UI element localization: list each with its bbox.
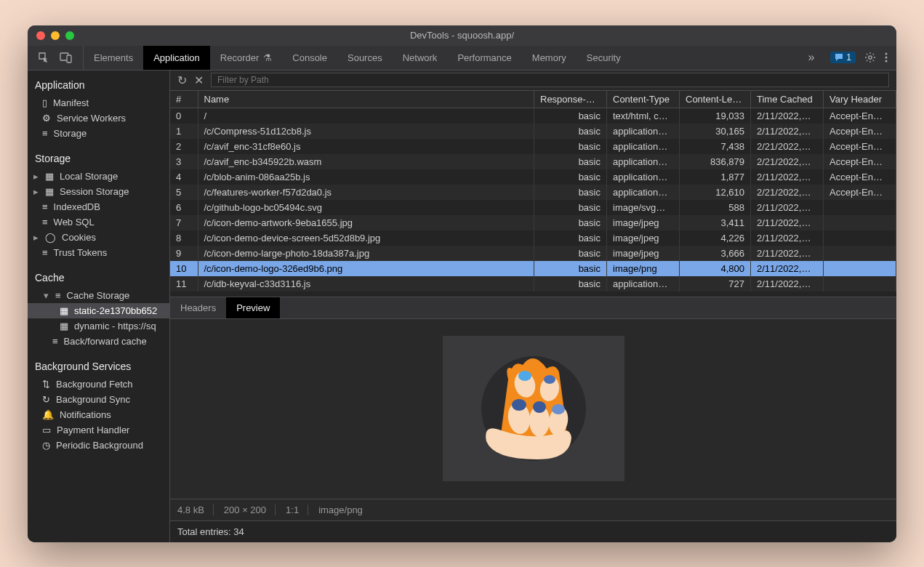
table-row[interactable]: 6/c/github-logo-bc05494c.svgbasicimage/s… [170,200,896,215]
sidebar-item-periodic-bg[interactable]: ◷Periodic Background [28,438,169,453]
minimize-button[interactable] [51,31,60,40]
table-cell: 0 [170,108,198,124]
device-toolbar-icon[interactable] [60,52,73,63]
tab-recorder[interactable]: Recorder⚗ [210,46,282,70]
squoosh-logo-icon [461,354,606,463]
column-header[interactable]: Content-Le… [680,91,751,108]
sidebar-item-cache-static[interactable]: ▦static-2e1370bb652 [28,303,169,318]
table-cell: 1 [170,124,198,139]
clock-icon: ◷ [42,440,50,451]
table-cell: 6 [170,200,198,215]
tab-network[interactable]: Network [393,46,448,70]
table-cell: basic [534,230,607,246]
table-row[interactable]: 7/c/icon-demo-artwork-9eba1655.jpgbasici… [170,215,896,230]
main-tab-bar: ElementsApplicationRecorder⚗ConsoleSourc… [28,46,896,71]
database-icon: ≡ [42,247,48,258]
table-row[interactable]: 11/c/idb-keyval-c33d3116.jsbasicapplicat… [170,276,896,291]
tab-application[interactable]: Application [143,46,210,70]
table-cell: 19,033 [680,108,751,124]
table-cell: Accept-En… [824,154,896,169]
filter-input[interactable] [211,73,889,87]
sidebar-item-storage[interactable]: ≡Storage [28,126,169,141]
status-size: 4.8 kB [177,504,214,515]
table-cell: 8 [170,230,198,246]
sidebar-item-indexeddb[interactable]: ≡IndexedDB [28,199,169,214]
table-row[interactable]: 3/c/avif_enc-b345922b.wasmbasicapplicati… [170,154,896,169]
table-cell: basic [534,200,607,215]
inspect-icon[interactable] [38,52,49,63]
table-row[interactable]: 5/c/features-worker-f57d2da0.jsbasicappl… [170,185,896,200]
sidebar-item-cache-dynamic[interactable]: ▦dynamic - https://sq [28,318,169,334]
table-cell: 2/11/2022,… [751,261,824,276]
svg-point-2 [869,56,872,59]
column-header[interactable]: Response-… [534,91,607,108]
sidebar-item-trust-tokens[interactable]: ≡Trust Tokens [28,245,169,260]
svg-rect-1 [67,55,71,63]
table-cell: 2/11/2022,… [751,169,824,185]
sidebar-item-web-sql[interactable]: ≡Web SQL [28,214,169,230]
close-icon[interactable]: ✕ [194,73,204,87]
table-cell: 1,877 [680,169,751,185]
column-header[interactable]: Time Cached [751,91,824,108]
column-header[interactable]: # [170,91,198,108]
table-cell: application… [607,169,680,185]
table-cell: 2/11/2022,… [751,230,824,246]
svg-point-13 [544,375,555,384]
table-cell: 4 [170,169,198,185]
preview-area [170,319,896,499]
table-cell: image/jpeg [607,215,680,230]
table-cell: 2/21/2022,… [751,185,824,200]
table-row[interactable]: 4/c/blob-anim-086aa25b.jsbasicapplicatio… [170,169,896,185]
table-row[interactable]: 2/c/avif_enc-31cf8e60.jsbasicapplication… [170,139,896,154]
issues-badge[interactable]: 1 [830,52,856,63]
sidebar-item-service-workers[interactable]: ⚙Service Workers [28,110,169,126]
sidebar-item-bg-fetch[interactable]: ⇅Background Fetch [28,377,169,392]
table-cell: /c/avif_enc-b345922b.wasm [198,154,534,169]
column-header[interactable]: Vary Header [824,91,896,108]
sidebar-item-manifest[interactable]: ▯Manifest [28,95,169,110]
table-row[interactable]: 1/c/Compress-51d12cb8.jsbasicapplication… [170,124,896,139]
table-cell: 4,226 [680,230,751,246]
table-cell: basic [534,169,607,185]
table-cell: 7 [170,215,198,230]
close-button[interactable] [36,31,45,40]
sidebar-item-local-storage[interactable]: ▸▦Local Storage [28,169,169,184]
detail-tab-preview[interactable]: Preview [226,297,280,318]
settings-icon[interactable] [864,52,876,63]
tab-sources[interactable]: Sources [337,46,393,70]
column-header[interactable]: Name [198,91,534,108]
titlebar: DevTools - squoosh.app/ [28,25,896,46]
table-cell: basic [534,108,607,124]
tab-console[interactable]: Console [282,46,337,70]
cache-entries-table[interactable]: #NameResponse-…Content-TypeContent-Le…Ti… [170,91,896,297]
sidebar-item-bfcache[interactable]: ≡Back/forward cache [28,334,169,349]
sidebar-item-notifications[interactable]: 🔔Notifications [28,407,169,422]
table-row[interactable]: 10/c/icon-demo-logo-326ed9b6.pngbasicima… [170,261,896,276]
maximize-button[interactable] [65,31,74,40]
tab-performance[interactable]: Performance [447,46,521,70]
refresh-icon[interactable]: ↻ [177,73,187,87]
table-row[interactable]: 9/c/icon-demo-large-photo-18da387a.jpgba… [170,246,896,261]
tab-memory[interactable]: Memory [522,46,577,70]
document-icon: ▯ [42,97,47,108]
table-cell: text/html, c… [607,108,680,124]
table-cell: /c/Compress-51d12cb8.js [198,124,534,139]
detail-tab-headers[interactable]: Headers [170,297,226,318]
sidebar-item-cache-storage[interactable]: ▾≡Cache Storage [28,288,169,303]
preview-image [443,336,624,481]
cache-footer: Total entries: 34 [170,520,896,542]
table-row[interactable]: 0/basictext/html, c…19,0332/11/2022,…Acc… [170,108,896,124]
tab-elements[interactable]: Elements [84,46,143,70]
sidebar-item-cookies[interactable]: ▸◯Cookies [28,230,169,245]
tab-security[interactable]: Security [577,46,631,70]
sidebar-item-payment[interactable]: ▭Payment Handler [28,422,169,438]
table-cell: 2/11/2022,… [751,200,824,215]
sidebar-item-session-storage[interactable]: ▸▦Session Storage [28,184,169,199]
status-dims: 200 × 200 [224,504,276,515]
sidebar-item-bg-sync[interactable]: ↻Background Sync [28,392,169,407]
more-tabs-icon[interactable]: » [800,46,821,70]
table-cell: basic [534,246,607,261]
kebab-menu-icon[interactable] [885,52,888,63]
table-row[interactable]: 8/c/icon-demo-device-screen-5d52d8b9.jpg… [170,230,896,246]
column-header[interactable]: Content-Type [607,91,680,108]
